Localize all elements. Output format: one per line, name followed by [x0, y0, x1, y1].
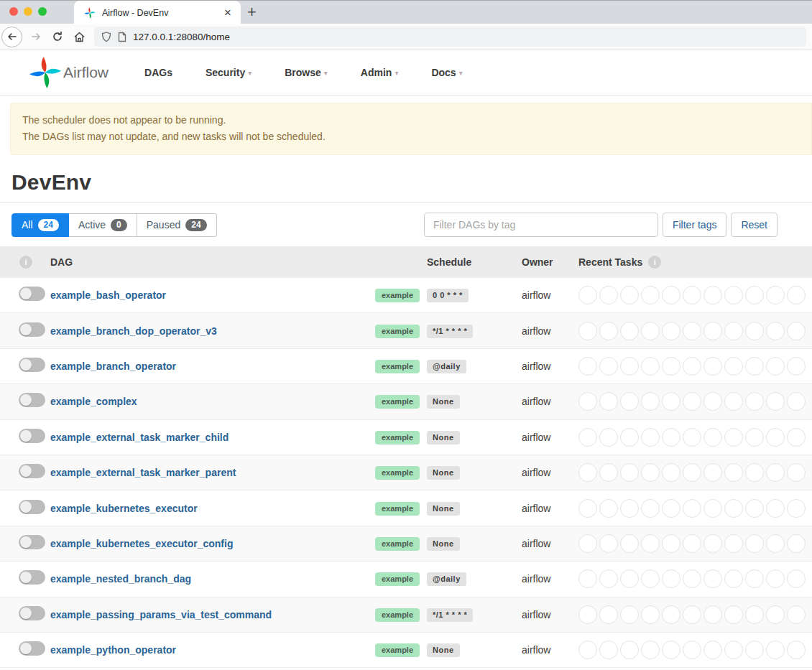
tab-title: Airflow - DevEnv — [102, 8, 222, 18]
dag-link[interactable]: example_nested_branch_dag — [50, 573, 191, 585]
dag-link[interactable]: example_bash_operator — [50, 289, 166, 301]
recent-task-circle — [787, 357, 806, 376]
dag-pause-toggle[interactable] — [19, 641, 45, 656]
dag-pause-toggle[interactable] — [19, 500, 45, 514]
dag-pause-toggle[interactable] — [19, 393, 45, 407]
dag-tag-badge[interactable]: example — [375, 289, 420, 302]
dag-link[interactable]: example_branch_operator — [50, 360, 176, 372]
dag-table-row: example_bash_operator example 0 0 * * * … — [0, 278, 812, 313]
dag-tag-badge[interactable]: example — [375, 466, 420, 480]
dag-link[interactable]: example_complex — [50, 396, 137, 407]
info-icon[interactable] — [648, 256, 661, 269]
tab-active-dags[interactable]: Active 0 — [69, 213, 137, 237]
tab-paused-dags[interactable]: Paused 24 — [137, 213, 217, 237]
recent-task-circle — [620, 428, 639, 447]
nav-item-dags[interactable]: DAGs — [144, 67, 172, 78]
forward-button[interactable] — [25, 26, 47, 47]
shield-icon[interactable] — [101, 32, 111, 42]
dag-pause-toggle[interactable] — [19, 322, 45, 337]
nav-item-label: DAGs — [144, 67, 172, 78]
recent-task-circle — [703, 569, 722, 588]
dag-link[interactable]: example_kubernetes_executor — [50, 503, 198, 514]
dag-link[interactable]: example_python_operator — [50, 644, 176, 656]
dag-pause-toggle[interactable] — [19, 358, 45, 372]
tab-all-dags[interactable]: All 24 — [11, 213, 69, 237]
dag-link[interactable]: example_external_task_marker_child — [50, 432, 229, 443]
recent-task-circle — [620, 569, 639, 588]
schedule-badge[interactable]: 0 0 * * * — [427, 289, 469, 302]
tag-filter-input[interactable] — [424, 213, 658, 237]
dag-pause-toggle[interactable] — [19, 287, 45, 301]
schedule-badge[interactable]: None — [427, 643, 460, 657]
maximize-window-button[interactable] — [38, 7, 47, 16]
url-text[interactable]: 127.0.0.1:28080/home — [133, 32, 230, 42]
schedule-badge[interactable]: None — [427, 466, 460, 480]
dag-pause-toggle[interactable] — [19, 606, 45, 620]
dag-pause-toggle[interactable] — [19, 464, 45, 478]
recent-task-circle — [620, 286, 639, 304]
recent-task-circle — [578, 569, 597, 588]
airflow-navbar: Airflow DAGs Security▾ Browse▾ Admin▾ Do… — [0, 50, 812, 96]
url-bar[interactable]: 127.0.0.1:28080/home — [94, 27, 806, 47]
page-info-icon[interactable] — [118, 32, 126, 42]
dag-tag-badge[interactable]: example — [375, 608, 420, 622]
recent-task-circle — [724, 392, 743, 411]
dag-pause-toggle[interactable] — [19, 535, 45, 549]
recent-tasks-cell — [578, 286, 812, 304]
nav-item-security[interactable]: Security▾ — [206, 67, 252, 78]
dag-tag-badge[interactable]: example — [375, 360, 420, 373]
nav-item-admin[interactable]: Admin▾ — [361, 67, 399, 78]
schedule-badge[interactable]: @daily — [427, 360, 466, 373]
reload-button[interactable] — [47, 26, 68, 47]
back-button[interactable] — [1, 27, 22, 47]
nav-item-label: Browse — [285, 67, 321, 78]
scheduler-warning-banner: The scheduler does not appear to be runn… — [10, 103, 812, 155]
nav-item-browse[interactable]: Browse▾ — [285, 67, 328, 78]
toggle-knob — [20, 324, 32, 335]
dag-pause-toggle[interactable] — [19, 429, 45, 443]
schedule-badge[interactable]: None — [427, 537, 460, 551]
toggle-knob — [20, 394, 32, 406]
new-tab-button[interactable]: + — [247, 3, 257, 22]
recent-task-circle — [766, 641, 785, 659]
recent-tasks-cell — [578, 605, 812, 624]
recent-tasks-cell — [578, 322, 812, 340]
filter-tags-button[interactable]: Filter tags — [663, 213, 726, 237]
recent-tasks-cell — [578, 463, 812, 482]
dag-tag-badge[interactable]: example — [375, 325, 420, 338]
dag-tag-badge[interactable]: example — [375, 643, 420, 657]
dag-link[interactable]: example_external_task_marker_parent — [50, 467, 236, 478]
nav-item-docs[interactable]: Docs▾ — [431, 67, 462, 78]
dag-link[interactable]: example_passing_params_via_test_command — [50, 609, 272, 620]
schedule-badge[interactable]: None — [427, 431, 460, 445]
browser-tab[interactable]: Airflow - DevEnv × — [74, 1, 241, 24]
home-icon — [73, 31, 86, 43]
recent-task-circle — [724, 534, 743, 553]
tab-close-icon[interactable]: × — [222, 6, 234, 19]
dag-tag-badge[interactable]: example — [375, 502, 420, 516]
schedule-badge[interactable]: */1 * * * * — [427, 608, 473, 622]
airflow-logo[interactable]: Airflow — [29, 56, 109, 89]
dag-link[interactable]: example_branch_dop_operator_v3 — [50, 325, 217, 337]
dag-tag-badge[interactable]: example — [375, 395, 420, 409]
dag-pause-toggle[interactable] — [19, 570, 45, 585]
schedule-badge[interactable]: @daily — [427, 572, 466, 586]
dag-tag-badge[interactable]: example — [375, 431, 420, 445]
title-divider — [0, 202, 812, 203]
close-window-button[interactable] — [9, 7, 18, 16]
schedule-badge[interactable]: None — [427, 502, 460, 516]
minimize-window-button[interactable] — [24, 7, 32, 16]
recent-task-circle — [620, 641, 639, 659]
info-icon[interactable] — [19, 256, 32, 269]
schedule-badge[interactable]: None — [427, 395, 460, 409]
column-header-dag: DAG — [50, 256, 375, 268]
recent-task-circle — [599, 357, 618, 376]
home-button[interactable] — [68, 26, 90, 47]
dag-tag-badge[interactable]: example — [375, 572, 420, 586]
dag-link[interactable]: example_kubernetes_executor_config — [50, 538, 233, 549]
recent-task-circle — [599, 641, 618, 659]
recent-task-circle — [683, 392, 701, 411]
schedule-badge[interactable]: */1 * * * * — [427, 325, 473, 338]
reset-button[interactable]: Reset — [731, 213, 778, 237]
dag-tag-badge[interactable]: example — [375, 537, 420, 551]
